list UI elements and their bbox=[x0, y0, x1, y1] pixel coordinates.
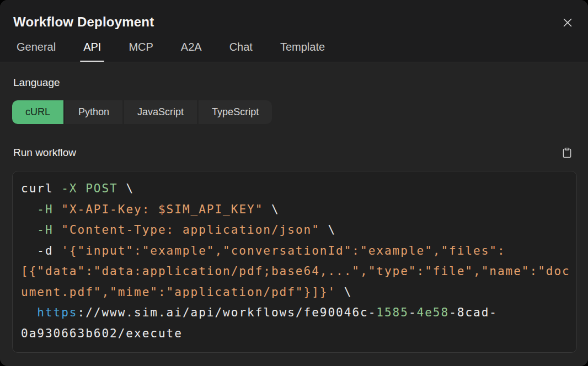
tab-mcp[interactable]: MCP bbox=[125, 41, 156, 62]
run-workflow-label: Run workflow bbox=[12, 147, 76, 159]
code-line: -H "Content-Type: application/json" \ bbox=[21, 220, 568, 241]
language-option-typescript[interactable]: TypeScript bbox=[199, 100, 272, 124]
workflow-deployment-modal: Workflow Deployment GeneralAPIMCPA2AChat… bbox=[0, 0, 588, 366]
tab-chat[interactable]: Chat bbox=[226, 41, 256, 62]
tab-api[interactable]: API bbox=[80, 41, 104, 62]
language-label: Language bbox=[12, 77, 576, 89]
language-switcher: cURLPythonJavaScriptTypeScript bbox=[12, 100, 576, 124]
close-icon bbox=[562, 22, 574, 30]
modal-body: Language cURLPythonJavaScriptTypeScript … bbox=[0, 62, 588, 366]
code-block: curl -X POST \ -H "X-API-Key: $SIM_API_K… bbox=[12, 171, 577, 353]
language-option-curl[interactable]: cURL bbox=[12, 100, 63, 124]
code-line: -d '{"input":"example","conversationId":… bbox=[21, 241, 568, 262]
clipboard-icon bbox=[562, 152, 573, 160]
close-button[interactable] bbox=[560, 15, 575, 30]
tab-a2a[interactable]: A2A bbox=[178, 41, 205, 62]
copy-button[interactable] bbox=[560, 146, 574, 160]
code-line: curl -X POST \ bbox=[21, 179, 568, 200]
language-option-python[interactable]: Python bbox=[65, 100, 122, 124]
code-line: 0a930663b602/execute bbox=[21, 324, 568, 345]
code-line: https://www.sim.ai/api/workflows/fe90046… bbox=[21, 303, 568, 324]
tab-template[interactable]: Template bbox=[277, 41, 328, 62]
code-line: -H "X-API-Key: $SIM_API_KEY" \ bbox=[21, 200, 568, 220]
code-line: ument.pdf","mime":"application/pdf"}]}' … bbox=[21, 282, 568, 303]
code-line: [{"data":"data:application/pdf;base64,..… bbox=[21, 261, 568, 282]
tab-general[interactable]: General bbox=[13, 41, 59, 62]
page-title: Workflow Deployment bbox=[13, 14, 154, 30]
language-option-javascript[interactable]: JavaScript bbox=[124, 100, 197, 124]
modal-header: Workflow Deployment GeneralAPIMCPA2AChat… bbox=[0, 0, 588, 62]
tab-bar: GeneralAPIMCPA2AChatTemplate bbox=[13, 41, 575, 62]
